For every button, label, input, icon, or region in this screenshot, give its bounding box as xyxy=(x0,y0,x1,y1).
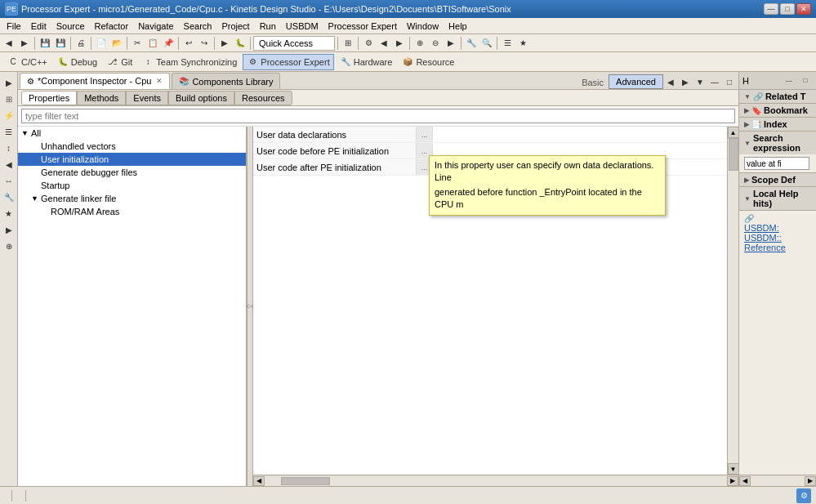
tree-item-user-init[interactable]: User initialization xyxy=(18,153,246,166)
menu-search[interactable]: Search xyxy=(179,18,217,34)
subtab-properties[interactable]: Properties xyxy=(21,91,77,105)
toolbar-debug-btn[interactable]: 🐛 xyxy=(233,36,247,51)
right-panel-min-btn[interactable]: — xyxy=(782,75,796,87)
toolbar-extra2[interactable]: ◀ xyxy=(377,36,391,51)
tab-min-btn[interactable]: — xyxy=(707,74,722,89)
maximize-button[interactable]: □ xyxy=(780,3,795,15)
tree-item-gen-debugger[interactable]: Generate debugger files xyxy=(18,166,246,179)
toolbar-cut-btn[interactable]: ✂ xyxy=(130,36,145,51)
left-icon-3[interactable]: ⚡ xyxy=(2,108,16,123)
left-icon-5[interactable]: ↕ xyxy=(2,140,16,155)
toolbar-extra9[interactable]: ☰ xyxy=(500,36,515,51)
right-hscroll-right[interactable]: ▶ xyxy=(805,476,816,486)
usbdm-link[interactable]: USBDM:USBDM::Reference xyxy=(744,223,811,252)
hscroll-right-btn[interactable]: ▶ xyxy=(727,476,738,486)
close-button[interactable]: ✕ xyxy=(796,3,811,15)
perspective-git[interactable]: ⎇ Git xyxy=(103,54,136,70)
corner-icon[interactable]: ⚙ xyxy=(796,488,811,503)
toolbar-undo-btn[interactable]: ↩ xyxy=(181,36,196,51)
subtab-resources[interactable]: Resources xyxy=(234,91,292,105)
subtab-build-options[interactable]: Build options xyxy=(168,91,234,105)
menu-usbdm[interactable]: USBDM xyxy=(281,18,323,34)
quick-access-field[interactable]: Quick Access xyxy=(253,36,335,51)
vscroll-track[interactable] xyxy=(728,138,739,463)
right-panel-max-btn[interactable]: □ xyxy=(798,75,813,87)
hscroll-track[interactable] xyxy=(265,476,727,486)
toolbar-save-btn[interactable]: 💾 xyxy=(38,36,52,51)
right-section-bookmarks-header[interactable]: ▶ 🔖 Bookmark xyxy=(739,104,816,117)
search-expr-input[interactable] xyxy=(744,157,809,170)
menu-refactor[interactable]: Refactor xyxy=(90,18,134,34)
menu-project[interactable]: Project xyxy=(216,18,254,34)
left-icon-2[interactable]: ⊞ xyxy=(2,91,16,106)
toolbar-save-all-btn[interactable]: 💾 xyxy=(53,36,68,51)
right-section-related-header[interactable]: ▼ 🔗 Related T xyxy=(739,90,816,103)
perspective-debug[interactable]: 🐛 Debug xyxy=(53,54,101,70)
hscroll-left-btn[interactable]: ◀ xyxy=(253,476,265,486)
perspective-hardware[interactable]: 🔧 Hardware xyxy=(336,54,397,70)
menu-source[interactable]: Source xyxy=(51,18,90,34)
toolbar-extra3[interactable]: ▶ xyxy=(392,36,407,51)
tree-splitter[interactable]: << xyxy=(247,127,253,486)
right-section-index-header[interactable]: ▶ 📑 Index xyxy=(739,118,816,131)
right-hscroll-left[interactable]: ◀ xyxy=(739,476,751,486)
minimize-button[interactable]: — xyxy=(764,3,778,15)
menu-navigate[interactable]: Navigate xyxy=(133,18,178,34)
toolbar-paste-btn[interactable]: 📌 xyxy=(161,36,176,51)
toolbar-new-btn[interactable]: 📄 xyxy=(94,36,109,51)
vscroll-up-btn[interactable]: ▲ xyxy=(728,127,739,138)
subtab-methods[interactable]: Methods xyxy=(77,91,126,105)
nav-forward-btn[interactable]: ▶ xyxy=(678,74,693,89)
left-icon-4[interactable]: ☰ xyxy=(2,124,16,139)
toolbar-extra5[interactable]: ⊖ xyxy=(428,36,443,51)
advanced-button[interactable]: Advanced xyxy=(609,74,663,89)
tree-item-all[interactable]: ▼ All xyxy=(18,127,246,140)
vscroll-down-btn[interactable]: ▼ xyxy=(728,463,739,475)
left-icon-1[interactable]: ▶ xyxy=(2,75,16,90)
left-icon-7[interactable]: ↔ xyxy=(2,173,16,188)
nav-back-btn[interactable]: ◀ xyxy=(663,74,678,89)
toolbar-copy-btn[interactable]: 📋 xyxy=(145,36,160,51)
tab-component-inspector[interactable]: ⚙ *Component Inspector - Cpu ✕ xyxy=(20,73,170,89)
menu-run[interactable]: Run xyxy=(255,18,281,34)
toolbar-open-btn[interactable]: 📂 xyxy=(109,36,124,51)
tree-item-startup[interactable]: Startup xyxy=(18,179,246,192)
toolbar-extra6[interactable]: ▶ xyxy=(444,36,458,51)
toolbar-props-btn[interactable]: ⊞ xyxy=(341,36,355,51)
left-icon-8[interactable]: 🔧 xyxy=(2,190,16,204)
tab-menu-btn[interactable]: ▼ xyxy=(693,74,707,89)
toolbar-extra4[interactable]: ⊕ xyxy=(412,36,427,51)
tab-max-btn[interactable]: □ xyxy=(722,74,737,89)
toolbar-redo-btn[interactable]: ↪ xyxy=(197,36,212,51)
menu-window[interactable]: Window xyxy=(402,18,444,34)
perspective-cpp[interactable]: C C/C++ xyxy=(3,54,51,70)
toolbar-extra7[interactable]: 🔧 xyxy=(464,36,479,51)
right-section-scope-header[interactable]: ▶ Scope Def xyxy=(739,173,816,186)
menu-edit[interactable]: Edit xyxy=(26,18,51,34)
left-icon-11[interactable]: ⊕ xyxy=(2,239,16,253)
left-icon-10[interactable]: ▶ xyxy=(2,222,16,237)
tree-item-gen-linker[interactable]: ▼ Generate linker file xyxy=(18,192,246,205)
perspective-resource[interactable]: 📦 Resource xyxy=(398,54,458,70)
tab-components-library[interactable]: 📚 Components Library xyxy=(172,73,280,89)
left-icon-9[interactable]: ★ xyxy=(2,206,16,221)
left-icon-6[interactable]: ◀ xyxy=(2,157,16,172)
prop-edit-user-data[interactable]: ... xyxy=(417,127,433,142)
tab-component-inspector-close[interactable]: ✕ xyxy=(156,77,163,85)
menu-file[interactable]: File xyxy=(2,18,26,34)
right-hscroll-track[interactable] xyxy=(751,476,805,486)
right-section-search-header[interactable]: ▼ Search expression xyxy=(739,132,816,154)
perspective-processor-expert[interactable]: ⚙ Processor Expert xyxy=(243,54,333,70)
filter-input[interactable] xyxy=(21,109,735,123)
subtab-events[interactable]: Events xyxy=(126,91,168,105)
right-section-local-help-header[interactable]: ▼ Local Helphits) xyxy=(739,187,816,210)
perspective-team-sync[interactable]: ↕ Team Synchronizing xyxy=(138,54,241,70)
toolbar-print-btn[interactable]: 🖨 xyxy=(74,36,88,51)
toolbar-forward-btn[interactable]: ▶ xyxy=(17,36,32,51)
toolbar-extra1[interactable]: ⚙ xyxy=(361,36,376,51)
toolbar-extra8[interactable]: 🔍 xyxy=(479,36,494,51)
toolbar-run-btn[interactable]: ▶ xyxy=(217,36,232,51)
tree-item-rom-ram[interactable]: ROM/RAM Areas xyxy=(18,205,246,218)
toolbar-back-btn[interactable]: ◀ xyxy=(2,36,16,51)
menu-processor-expert[interactable]: Processor Expert xyxy=(323,18,402,34)
